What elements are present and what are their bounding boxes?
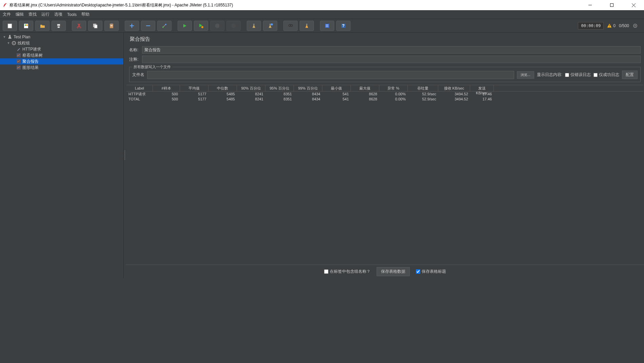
expand-button[interactable] <box>125 21 139 31</box>
menu-help[interactable]: 帮助 <box>81 12 89 17</box>
save-button[interactable] <box>52 21 66 31</box>
table-cell: 0.00% <box>379 97 408 102</box>
comment-label: 注释: <box>129 57 142 62</box>
warning-icon <box>607 23 612 28</box>
table-cell: 8434 <box>294 97 322 102</box>
table-cell: 541 <box>322 92 351 97</box>
save-header-checkbox[interactable]: 保存表格标题 <box>416 269 446 274</box>
fieldset-legend: 所有数据写入一个文件 <box>132 64 172 70</box>
svg-point-41 <box>609 26 610 27</box>
name-input[interactable] <box>142 46 641 54</box>
svg-rect-46 <box>17 53 21 57</box>
collapse-arrow-icon[interactable]: ▼ <box>7 41 10 45</box>
svg-point-11 <box>77 27 78 28</box>
copy-button[interactable] <box>88 21 102 31</box>
column-header[interactable]: 接收 KB/sec <box>438 85 470 91</box>
svg-rect-17 <box>110 25 113 25</box>
shutdown-button[interactable] <box>226 21 241 31</box>
close-button[interactable] <box>626 0 641 10</box>
error-only-checkbox[interactable]: 仅错误日志 <box>565 72 591 78</box>
function-helper-button[interactable] <box>320 21 334 31</box>
svg-text:?: ? <box>342 23 344 28</box>
success-only-checkbox[interactable]: 仅成功日志 <box>593 72 619 78</box>
svg-point-43 <box>635 25 636 26</box>
paste-button[interactable] <box>104 21 119 31</box>
column-header[interactable]: 中位数 <box>208 85 237 91</box>
svg-point-23 <box>165 24 166 25</box>
clear-button[interactable] <box>247 21 261 31</box>
tree-http-request[interactable]: HTTP请求 <box>0 46 123 52</box>
minimize-button[interactable] <box>582 0 598 10</box>
table-cell: 5177 <box>180 92 208 97</box>
start-no-timers-button[interactable] <box>194 21 208 31</box>
toggle-button[interactable] <box>157 21 172 31</box>
include-group-checkbox[interactable]: 在标签中包含组名称？ <box>324 269 370 274</box>
table-cell: 52.9/sec <box>408 92 438 97</box>
svg-point-45 <box>14 43 15 44</box>
svg-rect-7 <box>26 24 28 26</box>
table-cell: 8434 <box>294 92 322 97</box>
svg-rect-28 <box>269 24 271 25</box>
svg-point-24 <box>201 26 203 28</box>
table-cell: 5177 <box>180 97 208 102</box>
table-cell: 8628 <box>351 97 379 102</box>
table-row[interactable]: TOTAL5005177548582418351843454186280.00%… <box>126 97 643 102</box>
column-header[interactable]: 平均值 <box>180 85 208 91</box>
menu-options[interactable]: 选项 <box>54 12 62 17</box>
menu-file[interactable]: 文件 <box>3 12 11 17</box>
filename-input[interactable] <box>147 71 514 79</box>
svg-rect-14 <box>94 25 97 28</box>
tree-graph-results[interactable]: 图形结果 <box>0 64 123 71</box>
tree-aggregate-report[interactable]: 聚合报告 <box>0 58 123 64</box>
start-button[interactable] <box>178 21 192 31</box>
collapse-arrow-icon[interactable]: ▼ <box>3 35 6 39</box>
cut-button[interactable] <box>72 21 86 31</box>
table-row[interactable]: HTTP请求5005177548582418351843454186280.00… <box>126 92 643 97</box>
svg-marker-25 <box>215 24 219 28</box>
tree-thread-group[interactable]: ▼ 线程组 <box>0 40 123 46</box>
footer-bar: 在标签中包含组名称？ 保存表格数据 保存表格标题 <box>126 265 644 278</box>
menu-edit[interactable]: 编辑 <box>16 12 24 17</box>
menu-tools[interactable]: Tools <box>67 12 77 17</box>
report-icon <box>16 53 21 58</box>
table-cell: 0.00% <box>379 92 408 97</box>
column-header[interactable]: 95% 百分位 <box>265 85 294 91</box>
table-cell: 8628 <box>351 92 379 97</box>
save-table-data-button[interactable]: 保存表格数据 <box>377 267 410 276</box>
toolbar: ? 00:00:09 0 0/500 <box>0 19 644 33</box>
templates-button[interactable] <box>19 21 33 31</box>
column-header[interactable]: 吞吐量 <box>408 85 438 91</box>
report-icon <box>16 59 21 64</box>
table-cell: 17.46 <box>470 97 494 102</box>
clear-all-button[interactable] <box>263 21 277 31</box>
maximize-button[interactable] <box>604 0 620 10</box>
stop-button[interactable] <box>210 21 224 31</box>
tree-view-results[interactable]: 察看结果树 <box>0 52 123 58</box>
search-button[interactable] <box>283 21 298 31</box>
new-button[interactable] <box>3 21 17 31</box>
svg-rect-33 <box>306 24 307 25</box>
comment-input[interactable] <box>142 56 641 63</box>
column-header[interactable]: 最大值 <box>351 85 379 91</box>
gear-icon[interactable] <box>632 23 638 28</box>
help-button[interactable]: ? <box>336 21 350 31</box>
column-header[interactable]: 发送 KB/sec <box>470 85 494 91</box>
column-header[interactable]: #样本 <box>153 85 180 91</box>
results-table: Label#样本平均值中位数90% 百分位95% 百分位99% 百分位最小值最大… <box>126 85 643 102</box>
window-title: 察看结果树.jmx (C:\Users\Administrator\Deskto… <box>9 2 582 8</box>
browse-button[interactable]: 浏览... <box>517 71 534 79</box>
reset-search-button[interactable] <box>300 21 314 31</box>
svg-rect-16 <box>110 23 113 24</box>
config-button[interactable]: 配置 <box>622 71 638 79</box>
collapse-button[interactable] <box>141 21 155 31</box>
column-header[interactable]: 99% 百分位 <box>294 85 322 91</box>
menu-run[interactable]: 运行 <box>41 12 49 17</box>
column-header[interactable]: 90% 百分位 <box>237 85 265 91</box>
column-header[interactable]: 最小值 <box>322 85 351 91</box>
column-header[interactable]: 异常 % <box>379 85 408 91</box>
menu-search[interactable]: 查找 <box>28 12 37 17</box>
tree-test-plan[interactable]: ▼ Test Plan <box>0 34 123 40</box>
table-cell: 17.46 <box>470 92 494 97</box>
open-button[interactable] <box>35 21 49 31</box>
column-header[interactable]: Label <box>126 85 153 91</box>
